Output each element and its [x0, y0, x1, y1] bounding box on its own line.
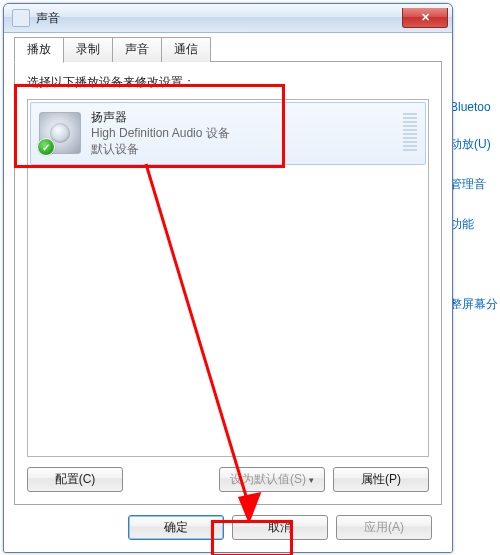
tab-strip: 播放 录制 声音 通信: [14, 39, 442, 62]
configure-button[interactable]: 配置(C): [27, 467, 123, 492]
device-list[interactable]: ✓ 扬声器 High Definition Audio 设备 默认设备: [27, 99, 429, 457]
properties-button[interactable]: 属性(P): [333, 467, 429, 492]
dialog-footer: 确定 取消 应用(A): [14, 505, 442, 542]
tab-recording[interactable]: 录制: [63, 37, 113, 62]
close-button[interactable]: ✕: [402, 8, 448, 28]
bg-link[interactable]: 动放(U): [450, 136, 491, 153]
device-item-speakers[interactable]: ✓ 扬声器 High Definition Audio 设备 默认设备: [30, 102, 426, 165]
tabpage-button-row: 配置(C) 设为默认值(S) ▾ 属性(P): [27, 467, 429, 492]
chevron-down-icon: ▾: [309, 475, 314, 485]
bg-link[interactable]: 功能: [450, 216, 474, 233]
client-area: 播放 录制 声音 通信 选择以下播放设备来修改设置： ✓ 扬声器 High De…: [4, 33, 452, 552]
device-name: 扬声器: [91, 109, 230, 125]
close-icon: ✕: [421, 11, 430, 24]
tab-communications[interactable]: 通信: [161, 37, 211, 62]
bg-link[interactable]: 管理音: [450, 176, 486, 193]
default-check-icon: ✓: [37, 138, 55, 156]
titlebar[interactable]: 声音 ✕: [4, 4, 452, 33]
bg-link[interactable]: 整屏幕分: [450, 296, 498, 313]
ok-button[interactable]: 确定: [128, 515, 224, 540]
tab-sounds[interactable]: 声音: [112, 37, 162, 62]
device-subtitle: High Definition Audio 设备: [91, 125, 230, 141]
set-default-label: 设为默认值(S): [230, 471, 306, 488]
level-meter-icon: [403, 113, 417, 153]
screenshot-stage: Bluetoo 动放(U) 管理音 功能 整屏幕分 声音 ✕ 播放 录制 声音 …: [0, 0, 500, 555]
instruction-text: 选择以下播放设备来修改设置：: [27, 74, 429, 91]
cancel-button[interactable]: 取消: [232, 515, 328, 540]
speaker-icon: ✓: [39, 112, 81, 154]
window-title: 声音: [36, 10, 60, 27]
bg-link[interactable]: Bluetoo: [450, 100, 491, 114]
sound-app-icon: [12, 9, 30, 27]
set-default-button[interactable]: 设为默认值(S) ▾: [219, 467, 325, 492]
tab-playback[interactable]: 播放: [14, 37, 64, 63]
device-texts: 扬声器 High Definition Audio 设备 默认设备: [91, 109, 230, 158]
tab-page-playback: 选择以下播放设备来修改设置： ✓ 扬声器 High Definition Aud…: [14, 62, 442, 505]
apply-button[interactable]: 应用(A): [336, 515, 432, 540]
sound-dialog: 声音 ✕ 播放 录制 声音 通信 选择以下播放设备来修改设置： ✓: [3, 3, 453, 553]
device-status: 默认设备: [91, 141, 230, 157]
